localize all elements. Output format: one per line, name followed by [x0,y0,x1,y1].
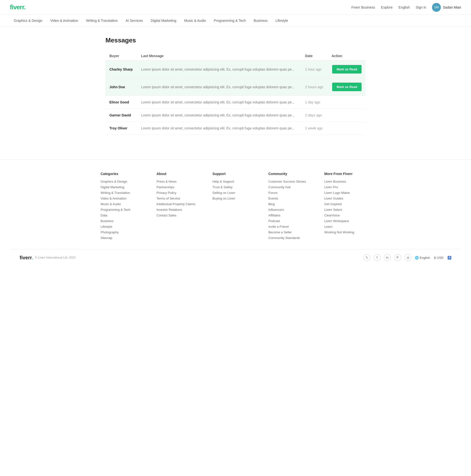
footer-col-title: Categories [101,172,147,176]
main-content: Messages Buyer Last Message Date Action … [101,27,370,145]
table-row[interactable]: Garner DavidLorem ipsum dolor sit amet, … [106,109,365,122]
nav-item-business[interactable]: Business [250,15,272,26]
footer-link[interactable]: Contact Sales [157,214,203,217]
nav-item-graphics---design[interactable]: Graphics & Design [10,15,46,26]
nav-item-ai-services[interactable]: AI Services [122,15,147,26]
footer-link[interactable]: Get Inspired [324,202,370,206]
buyer-cell: Elinor Good [106,96,137,109]
footer-col-title: Support [212,172,259,176]
footer-link[interactable]: Partnerships [157,185,203,189]
footer-link[interactable]: Intellectual Property Claims [157,202,203,206]
footer-link[interactable]: Community hub [268,185,314,189]
footer-link[interactable]: Liverr Logo Maker [324,191,370,195]
user-avatar[interactable]: SM Sadan Mian [432,3,461,12]
nav-item-music---audio[interactable]: Music & Audio [180,15,210,26]
nav-item-video---animation[interactable]: Video & Animation [46,15,82,26]
footer-link[interactable]: Trust & Safety [212,185,259,189]
footer-link[interactable]: Photography [101,230,147,234]
footer-link[interactable]: Liverr Select [324,208,370,212]
table-header: Buyer Last Message Date Action [106,51,365,61]
instagram-icon[interactable]: ◎ [404,254,411,261]
pinterest-icon[interactable]: P [394,254,401,261]
table-row[interactable]: John DoeLorem ipsum dolor sit amet, cons… [106,78,365,96]
footer-link[interactable]: Community Standards [268,236,314,240]
footer-link[interactable]: Liverr Guides [324,197,370,200]
footer-link[interactable]: Sitemap [101,236,147,240]
message-cell: Lorem ipsum dolor sit amet, consectetur … [137,122,301,135]
date-cell: 1 day ago [301,96,328,109]
footer-link[interactable]: Privacy Policy [157,191,203,195]
mark-as-read-button[interactable]: Mark as Read [332,65,362,73]
facebook-icon[interactable]: f [374,254,380,261]
nav-item-lifestyle[interactable]: Lifestyle [272,15,292,26]
table-row[interactable]: Charley SharpLorem ipsum dolor sit amet,… [106,61,365,78]
buyer-name: Troy Oliver [109,126,127,130]
footer-link[interactable]: Customer Success Stories [268,180,314,183]
footer-link[interactable]: Invite a Friend [268,225,314,228]
nav-item-writing---translation[interactable]: Writing & Translation [82,15,122,26]
footer-link[interactable]: Liverr Workspace [324,219,370,223]
table-row[interactable]: Elinor GoodLorem ipsum dolor sit amet, c… [106,96,365,109]
footer-link[interactable]: Video & Animation [101,197,147,200]
nav-item-digital-marketing[interactable]: Digital Marketing [147,15,180,26]
table-row[interactable]: Troy OliverLorem ipsum dolor sit amet, c… [106,122,365,135]
language-option[interactable]: 🌐 English [415,256,430,260]
footer-link[interactable]: Terms of Service [157,197,203,200]
footer-link[interactable]: Press & News [157,180,203,183]
footer-col: CategoriesGraphics & DesignDigital Marke… [101,172,147,242]
footer-link[interactable]: Affiliates [268,214,314,217]
footer-link[interactable]: Lifestyle [101,225,147,228]
avatar-image: SM [432,3,441,12]
footer-link[interactable]: ClearVoice [324,214,370,217]
messages-tbody: Charley SharpLorem ipsum dolor sit amet,… [106,61,365,135]
footer-link[interactable]: Working Not Working [324,230,370,234]
accessibility-option[interactable]: ♿ [447,256,451,260]
footer-link[interactable]: Selling on Liverr [212,191,259,195]
footer-link[interactable]: Learn [324,225,370,228]
page-title: Messages [106,36,365,44]
footer-link[interactable]: Podcast [268,219,314,223]
footer-link[interactable]: Liverr Business [324,180,370,183]
footer-link[interactable]: Investor Relations [157,208,203,212]
buyer-header: Buyer [106,51,137,61]
buyer-name: Elinor Good [109,100,129,104]
footer-link[interactable]: Graphics & Design [101,180,147,183]
fiverr-business-link[interactable]: Fiverr Business [352,5,375,9]
category-nav: Graphics & DesignVideo & AnimationWritin… [0,15,471,27]
action-cell [328,109,365,122]
date-header: Date [301,51,328,61]
footer-link[interactable]: Events [268,197,314,200]
explore-link[interactable]: Explore [381,5,393,9]
accessibility-icon: ♿ [447,256,451,260]
footer-link[interactable]: Liverr Pro [324,185,370,189]
footer-link[interactable]: Digital Marketing [101,185,147,189]
footer-link[interactable]: Business [101,219,147,223]
footer-link[interactable]: Forum [268,191,314,195]
footer-link[interactable]: Writing & Translation [101,191,147,195]
footer-bottom: fiverr. © Liverr International Ltd. 2023… [10,249,461,266]
nav-item-programming---tech[interactable]: Programming & Tech [210,15,250,26]
header-nav: Fiverr Business Explore English Sign in … [352,3,461,12]
action-cell: Mark as Read [328,78,365,96]
message-cell: Lorem ipsum dolor sit amet, consectetur … [137,61,301,78]
buyer-cell: John Doe [106,78,137,96]
twitter-icon[interactable]: 𝕏 [363,254,370,261]
linkedin-icon[interactable]: in [384,254,391,261]
footer-link[interactable]: Data [101,214,147,217]
language-link[interactable]: English [399,5,410,9]
user-name: Sadan Mian [443,5,461,9]
footer-link[interactable]: Blog [268,202,314,206]
footer-col-title: More From Fiverr [324,172,370,176]
footer-link[interactable]: Music & Audio [101,202,147,206]
logo[interactable]: fiverr. [10,3,25,11]
mark-as-read-button[interactable]: Mark as Read [332,83,362,91]
sign-in-link[interactable]: Sign in [416,5,426,9]
footer-link[interactable]: Influencers [268,208,314,212]
footer-link[interactable]: Become a Seller [268,230,314,234]
footer-link[interactable]: Help & Support [212,180,259,183]
footer-link[interactable]: Buying on Liverr [212,197,259,200]
footer-link[interactable]: Programming & Tech [101,208,147,212]
currency-option[interactable]: $ USD [434,256,444,260]
footer-col: SupportHelp & SupportTrust & SafetySelli… [212,172,259,242]
buyer-cell: Troy Oliver [106,122,137,135]
